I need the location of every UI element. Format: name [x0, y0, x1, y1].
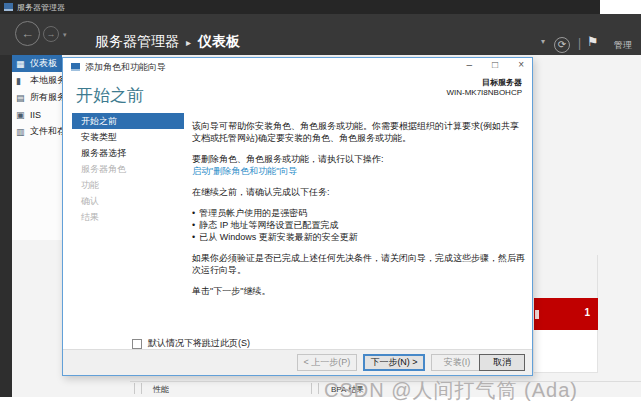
verify-paragraph: 如果你必须验证是否已完成上述任何先决条件，请关闭向导，完成这些步骤，然后再次运行…	[192, 252, 526, 276]
column-divider	[311, 383, 312, 394]
forward-button[interactable]: →	[43, 26, 59, 42]
wizard-nav: 开始之前 安装类型 服务器选择 服务器角色 功能 确认 结果	[72, 113, 184, 225]
wizard-nav-server-roles: 服务器角色	[72, 161, 184, 177]
wizard-content: 该向导可帮助你安装角色、角色服务或功能。你需要根据组织的计算要求(例如共享文档或…	[192, 120, 526, 306]
wizard-nav-installation-type[interactable]: 安装类型	[72, 129, 184, 145]
remove-roles-wizard-link[interactable]: 启动"删除角色和功能"向导	[192, 165, 526, 177]
dialog-window-controls: – □ ×	[467, 59, 524, 70]
flag-icon: ⚑	[587, 34, 599, 49]
tile-border	[597, 255, 598, 298]
wizard-nav-before-you-begin[interactable]: 开始之前	[72, 113, 184, 129]
column-divider	[141, 383, 142, 394]
alert-tile[interactable]: 1	[534, 298, 598, 330]
wizard-nav-confirmation: 确认	[72, 193, 184, 209]
close-button[interactable]: ×	[518, 59, 524, 70]
click-next-paragraph: 单击"下一步"继续。	[192, 285, 526, 297]
install-button: 安装(I)	[431, 354, 483, 371]
sidebar-item-file-storage[interactable]: ▥ 文件和存储服务	[12, 123, 62, 140]
chevron-down-icon: ▾	[63, 31, 67, 38]
breadcrumb-root[interactable]: 服务器管理器	[95, 33, 179, 49]
os-titlebar: 服务器管理器	[0, 0, 600, 14]
server-manager-app-icon	[4, 3, 13, 11]
breadcrumb-separator-icon: ▸	[186, 37, 191, 48]
csdn-watermark: CSDN @人间打气筒 (Ada)	[324, 377, 578, 404]
column-performance[interactable]: 性能	[153, 384, 169, 395]
iis-icon: ▣	[16, 110, 26, 120]
previous-button: < 上一步(P)	[297, 354, 357, 371]
toolbar-dropdown[interactable]: ▾	[541, 37, 545, 46]
destination-server-block: 目标服务器 WIN-MK7I8NBOHCP	[446, 78, 522, 98]
os-titlebar-text: 服务器管理器	[17, 2, 65, 13]
destination-server-name: WIN-MK7I8NBOHCP	[446, 88, 522, 98]
wizard-nav-features: 功能	[72, 177, 184, 193]
sidebar-item-local-server[interactable]: ▮ 本地服务器	[12, 72, 62, 89]
bullet-icon: •	[192, 219, 195, 231]
sidebar-item-label: 仪表板	[30, 57, 57, 70]
notifications-flag-button[interactable]: ⚑	[587, 34, 599, 49]
next-button[interactable]: 下一步(N) >	[363, 354, 425, 371]
refresh-icon: ⟳	[558, 39, 566, 50]
prerequisite-text: 已从 Windows 更新安装最新的安全更新	[199, 231, 358, 243]
file-storage-icon: ▥	[16, 127, 26, 137]
sidebar-item-label: 文件和存储服务	[30, 125, 62, 138]
bullet-icon: •	[192, 207, 195, 219]
sidebar-item-iis[interactable]: ▣ IIS	[12, 106, 62, 123]
wizard-nav-server-selection[interactable]: 服务器选择	[72, 145, 184, 161]
dialog-titlebar[interactable]: 添加角色和功能向导	[63, 58, 532, 76]
sidebar-item-dashboard[interactable]: ▦ 仪表板	[12, 55, 62, 72]
refresh-button[interactable]: ⟳	[554, 37, 570, 53]
prerequisite-list: •管理员帐户使用的是强密码 •静态 IP 地址等网络设置已配置完成 •已从 Wi…	[192, 207, 526, 243]
before-continue-paragraph: 在继续之前，请确认完成以下任务:	[192, 186, 526, 198]
dialog-footer: < 上一步(P) 下一步(N) > 安装(I) 取消	[63, 349, 532, 375]
cancel-button[interactable]: 取消	[479, 354, 525, 371]
server-manager-sidebar: ▦ 仪表板 ▮ 本地服务器 ▤ 所有服务器 ▣ IIS ▥ 文件和存储服务	[12, 55, 62, 240]
sidebar-item-label: IIS	[30, 110, 41, 120]
manage-menu[interactable]: 管理	[614, 39, 632, 52]
chevron-down-icon: ▾	[541, 37, 545, 46]
wizard-icon	[71, 63, 80, 71]
destination-server-label: 目标服务器	[446, 78, 522, 88]
servers-icon: ▤	[16, 93, 26, 103]
dialog-title: 添加角色和功能向导	[85, 61, 166, 74]
breadcrumb-current[interactable]: 仪表板	[198, 33, 240, 49]
sidebar-item-all-servers[interactable]: ▤ 所有服务器	[12, 89, 62, 106]
maximize-button[interactable]: □	[492, 59, 498, 70]
page-title: 开始之前	[76, 84, 144, 107]
alert-count-badge: 1	[584, 307, 590, 318]
tile-panel	[534, 330, 598, 373]
sidebar-item-label: 本地服务器	[30, 74, 62, 87]
alert-tile-clipped-text	[535, 310, 539, 319]
list-item: •已从 Windows 更新安装最新的安全更新	[192, 231, 526, 243]
back-arrow-icon: ←	[21, 26, 34, 41]
toolbar-divider: |	[578, 36, 581, 50]
prerequisite-text: 管理员帐户使用的是强密码	[199, 207, 307, 219]
server-icon: ▮	[16, 76, 26, 86]
dashboard-icon: ▦	[16, 59, 26, 69]
skip-page-checkbox[interactable]	[132, 339, 142, 349]
back-button[interactable]: ←	[15, 21, 40, 46]
breadcrumb: 服务器管理器▸仪表板	[95, 33, 240, 51]
intro-paragraph: 该向导可帮助你安装角色、角色服务或功能。你需要根据组织的计算要求(例如共享文档或…	[192, 120, 526, 144]
prerequisite-text: 静态 IP 地址等网络设置已配置完成	[199, 219, 338, 231]
wizard-nav-results: 结果	[72, 209, 184, 225]
column-divider	[134, 383, 135, 394]
window-left-edge	[0, 55, 12, 397]
bullet-icon: •	[192, 231, 195, 243]
nav-history-dropdown[interactable]: ▾	[63, 31, 67, 39]
sidebar-item-label: 所有服务器	[30, 91, 62, 104]
column-divider	[318, 383, 319, 394]
list-item: •管理员帐户使用的是强密码	[192, 207, 526, 219]
remove-roles-paragraph: 要删除角色、角色服务或功能，请执行以下操作:	[192, 153, 526, 165]
server-manager-header: ← → ▾ 服务器管理器▸仪表板 ▾ ⟳ | ⚑ 管理	[0, 14, 641, 55]
forward-arrow-icon: →	[47, 29, 56, 39]
list-item: •静态 IP 地址等网络设置已配置完成	[192, 219, 526, 231]
add-roles-features-wizard-dialog: 添加角色和功能向导 – □ × 开始之前 目标服务器 WIN-MK7I8NBOH…	[62, 57, 533, 376]
minimize-button[interactable]: –	[467, 59, 473, 70]
